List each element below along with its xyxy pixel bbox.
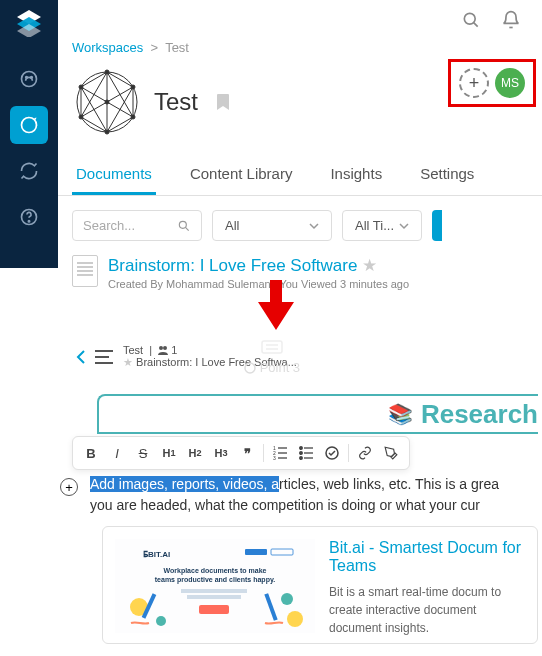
svg-rect-57	[245, 549, 267, 555]
bell-icon[interactable]	[500, 9, 522, 31]
nav-help[interactable]	[10, 198, 48, 236]
doc-title[interactable]: Brainstorm: I Love Free Software ★	[108, 255, 409, 276]
link-card[interactable]: ƂBIT.AI Workplace documents to make team…	[102, 526, 538, 644]
avatar[interactable]: MS	[495, 68, 525, 98]
svg-line-9	[474, 23, 478, 27]
highlight-button[interactable]	[379, 441, 403, 465]
doc-row[interactable]: Brainstorm: I Love Free Software ★ Creat…	[58, 255, 542, 290]
svg-point-31	[179, 221, 186, 228]
research-heading: Research	[421, 399, 538, 430]
app-logo	[13, 6, 45, 38]
h1-button[interactable]: H1	[157, 441, 181, 465]
filter-row: Search... All All Ti...	[58, 196, 542, 255]
h2-button[interactable]: H2	[183, 441, 207, 465]
svg-point-7	[28, 221, 29, 222]
svg-point-50	[300, 452, 303, 455]
svg-text:ƂBIT.AI: ƂBIT.AI	[143, 550, 170, 559]
svg-point-4	[26, 77, 28, 79]
back-button[interactable]	[76, 350, 85, 364]
menu-icon[interactable]	[95, 350, 113, 364]
add-block-button[interactable]: +	[60, 478, 78, 496]
card-title: Bit.ai - Smartest Docum for Teams	[329, 539, 525, 575]
tab-documents[interactable]: Documents	[72, 155, 156, 195]
svg-point-48	[300, 447, 303, 450]
quote-button[interactable]: ❞	[235, 441, 259, 465]
editor-toolbar: B I S H1 H2 H3 ❞ 123	[72, 436, 410, 470]
checklist-button[interactable]	[320, 441, 344, 465]
body-text[interactable]: Add images, reports, videos, articles, w…	[90, 474, 538, 516]
filter-type-value: All	[225, 218, 239, 233]
bullet-list-button[interactable]	[294, 441, 318, 465]
svg-point-52	[300, 457, 303, 460]
link-button[interactable]	[353, 441, 377, 465]
annotation-arrow	[258, 280, 294, 330]
svg-point-5	[31, 77, 33, 79]
chevron-down-icon	[399, 221, 409, 231]
search-placeholder: Search...	[83, 218, 135, 233]
ordered-list-button[interactable]: 123	[268, 441, 292, 465]
main-area: Workspaces > Test Test + MS Documents Co…	[58, 0, 542, 290]
nav-workspaces[interactable]	[10, 106, 48, 144]
svg-rect-62	[187, 595, 241, 599]
svg-point-69	[287, 611, 303, 627]
chevron-down-icon	[309, 221, 319, 231]
breadcrumb-current: Test	[165, 40, 189, 55]
phantom-element: Point 3	[244, 340, 300, 375]
filter-time-select[interactable]: All Ti...	[342, 210, 422, 241]
topbar	[58, 0, 542, 40]
workspace-icon	[72, 67, 142, 137]
document-icon	[72, 255, 98, 287]
italic-button[interactable]: I	[105, 441, 129, 465]
breadcrumb-root[interactable]: Workspaces	[72, 40, 143, 55]
svg-rect-38	[262, 341, 282, 353]
new-button[interactable]	[432, 210, 442, 241]
svg-point-68	[281, 593, 293, 605]
workspace-header: Test	[72, 67, 230, 137]
star-icon[interactable]: ★	[362, 256, 377, 275]
h3-button[interactable]: H3	[209, 441, 233, 465]
filter-type-select[interactable]: All	[212, 210, 332, 241]
highlighted-text: Add images, reports, videos, a	[90, 476, 279, 492]
svg-text:3: 3	[273, 455, 276, 460]
svg-rect-63	[199, 605, 229, 614]
svg-point-36	[159, 346, 163, 350]
sidebar	[0, 0, 58, 268]
svg-point-41	[245, 363, 255, 373]
member-controls: + MS	[448, 59, 536, 107]
bold-button[interactable]: B	[79, 441, 103, 465]
star-icon[interactable]: ★	[123, 356, 133, 368]
research-section: 📚 Research	[97, 394, 538, 434]
svg-line-32	[185, 227, 188, 230]
tab-settings[interactable]: Settings	[416, 155, 478, 195]
nav-dashboard[interactable]	[10, 60, 48, 98]
filter-time-value: All Ti...	[355, 218, 394, 233]
search-icon[interactable]	[460, 9, 482, 31]
card-description: Bit is a smart real-time docum to create…	[329, 583, 525, 637]
svg-point-66	[156, 616, 166, 626]
strike-button[interactable]: S	[131, 441, 155, 465]
tabs: Documents Content Library Insights Setti…	[58, 155, 542, 196]
svg-point-8	[464, 13, 475, 24]
books-icon: 📚	[388, 402, 413, 426]
breadcrumb-sep: >	[151, 40, 159, 55]
svg-point-37	[163, 346, 167, 350]
card-thumbnail: ƂBIT.AI Workplace documents to make team…	[115, 539, 315, 633]
tab-insights[interactable]: Insights	[326, 155, 386, 195]
workspace-title: Test	[154, 88, 198, 116]
svg-text:teams productive and clients h: teams productive and clients happy.	[155, 576, 276, 584]
search-input[interactable]: Search...	[72, 210, 202, 241]
svg-point-3	[22, 72, 37, 87]
svg-rect-61	[181, 589, 247, 593]
svg-text:Workplace documents to make: Workplace documents to make	[164, 567, 267, 575]
bookmark-icon[interactable]	[216, 93, 230, 111]
add-member-button[interactable]: +	[459, 68, 489, 98]
tab-content-library[interactable]: Content Library	[186, 155, 297, 195]
nav-sync[interactable]	[10, 152, 48, 190]
